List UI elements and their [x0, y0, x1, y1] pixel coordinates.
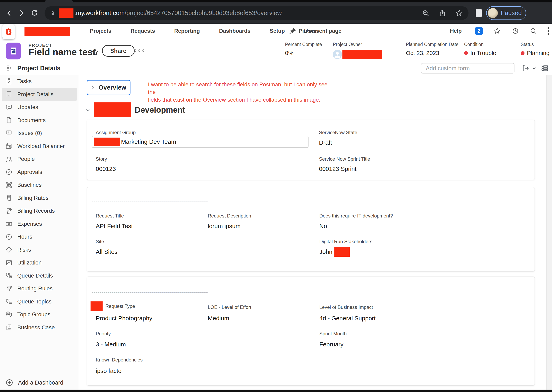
pin-label: Pin current page: [299, 28, 341, 34]
sidebar-item-risks[interactable]: Risks: [2, 243, 77, 256]
sidebar-item-label: Risks: [17, 247, 31, 253]
browser-tab[interactable]: [45, 0, 73, 2]
sidebar-item-label: Queue Topics: [17, 298, 52, 305]
stat-value: Planning: [521, 50, 550, 56]
pin-current-page[interactable]: Pin current page: [289, 24, 341, 38]
reload-icon[interactable]: [30, 9, 39, 17]
back-icon[interactable]: [5, 9, 13, 17]
sidebar-item-approvals[interactable]: Approvals: [2, 166, 77, 179]
baselines-icon: [5, 181, 13, 189]
routing-rules-icon: [5, 285, 13, 292]
collapse-panel-icon[interactable]: [6, 64, 13, 72]
sync-paused-pill[interactable]: Paused: [486, 6, 526, 20]
chevron-right-icon: [91, 85, 95, 90]
more-menu-icon[interactable]: [548, 27, 549, 35]
export-icon[interactable]: [522, 64, 530, 72]
sidebar-item-utilization[interactable]: Utilization: [2, 256, 77, 269]
sidebar-item-project-details[interactable]: Project Details: [2, 88, 77, 101]
search-icon[interactable]: [530, 27, 537, 35]
browser-top-strip: [0, 0, 552, 2]
sidebar-item-queue-topics[interactable]: Queue Topics: [2, 295, 77, 308]
sidebar-item-documents[interactable]: Documents: [2, 114, 77, 127]
field-label: ServiceNow State: [319, 130, 357, 135]
sidebar-item-queue-details[interactable]: Queue Details: [2, 269, 77, 282]
sidebar-item-tasks[interactable]: Tasks: [2, 75, 77, 88]
export-chevron-icon[interactable]: [531, 64, 537, 72]
sidebar-item-workload-balancer[interactable]: Workload Balancer: [2, 140, 77, 153]
share-button[interactable]: Share: [102, 45, 135, 57]
people-icon: [5, 155, 13, 163]
field-label: Request Description: [208, 213, 251, 219]
favorite-project-star-icon[interactable]: [91, 48, 99, 56]
stat-value: Oct 23, 2023: [406, 50, 458, 56]
development-section-header: Development: [85, 102, 185, 117]
sidebar-item-people[interactable]: People: [2, 153, 77, 166]
sidebar-item-updates[interactable]: Updates: [2, 101, 77, 114]
recents-history-icon[interactable]: [511, 27, 519, 35]
owner-avatar: [333, 50, 342, 59]
stat-value: In Trouble: [464, 50, 496, 56]
url-actions: [421, 9, 463, 17]
assignment-group-value: Marketing Dev Team: [121, 138, 176, 145]
stakeholder-name: John: [319, 248, 332, 255]
stat-condition: Condition In Trouble: [464, 42, 496, 56]
nav-item-reporting[interactable]: Reporting: [174, 28, 200, 34]
sidebar-item-billing-records[interactable]: Billing Records: [2, 204, 77, 217]
app-logo[interactable]: [2, 24, 15, 39]
field-value: 4d - General Support: [319, 315, 376, 322]
dashed-separator: ----------------------------------------…: [92, 290, 212, 296]
add-custom-form-input[interactable]: [421, 63, 514, 73]
field-label: Request Title: [96, 213, 124, 219]
sidebar-item-hours[interactable]: Hours: [2, 230, 77, 243]
forward-icon[interactable]: [18, 9, 26, 17]
sidebar-item-expenses[interactable]: Expenses: [2, 217, 77, 231]
field-value: 000123 Sprint: [319, 166, 357, 172]
sidebar-item-label: Billing Rates: [17, 195, 48, 201]
sidebar-item-issues[interactable]: Issues (0): [2, 127, 77, 140]
browser-profile-avatar: [488, 8, 498, 18]
field-value: lorum ipsum: [208, 223, 241, 230]
url-text: .my.workfront.com/project/654270570015bc…: [74, 9, 282, 17]
notification-badge[interactable]: 2: [475, 27, 483, 35]
nav-item-dashboards[interactable]: Dashboards: [219, 28, 250, 34]
sidebar-item-routing-rules[interactable]: Routing Rules: [2, 282, 77, 295]
nav-item-setup[interactable]: Setup: [270, 28, 285, 34]
stat-label: Project Owner: [333, 42, 382, 47]
tasks-icon: [5, 78, 13, 85]
share-page-icon[interactable]: [438, 9, 446, 17]
project-more-menu-icon[interactable]: [134, 49, 144, 52]
sidebar-item-topic-groups[interactable]: Topic Groups: [2, 308, 77, 321]
redaction-stakeholder-surname: [334, 247, 350, 257]
scrollbar-track[interactable]: [546, 75, 552, 390]
stat-project-owner: Project Owner: [333, 42, 382, 59]
add-dashboard-button[interactable]: Add a Dashboard: [5, 378, 63, 387]
bookmark-star-icon[interactable]: [455, 9, 463, 17]
condition-text: In Trouble: [470, 50, 496, 56]
assignment-group-input[interactable]: Marketing Dev Team: [92, 136, 309, 148]
zoom-out-icon[interactable]: [421, 9, 429, 17]
nav-item-requests[interactable]: Requests: [131, 28, 155, 34]
risks-icon: [5, 246, 13, 253]
field-label: Service Now Sprint Title: [319, 156, 370, 162]
overview-section-toggle[interactable]: Overview: [87, 80, 131, 95]
collapse-sections-icon[interactable]: [540, 64, 549, 72]
side-panel-icon[interactable]: [476, 9, 482, 17]
expenses-icon: [5, 220, 13, 228]
nav-right-cluster: Help 2: [450, 24, 552, 38]
sidebar-item-label: Queue Details: [17, 273, 53, 279]
annotation-line-1: I want to be able to search for these fi…: [148, 81, 335, 96]
help-link[interactable]: Help: [450, 28, 462, 34]
sidebar-item-label: Updates: [17, 104, 38, 111]
sidebar-item-baselines[interactable]: Baselines: [2, 179, 77, 192]
nav-item-projects[interactable]: Projects: [90, 28, 111, 34]
sidebar-item-business-case[interactable]: Business Case: [2, 321, 77, 334]
bottom-edge-bar: [0, 390, 552, 392]
lock-icon[interactable]: [50, 10, 56, 16]
hours-icon: [5, 233, 13, 241]
page-toolbar: Project Details: [0, 62, 552, 75]
field-label: Known Dependencies: [96, 357, 143, 363]
chevron-down-icon[interactable]: [85, 107, 90, 112]
sidebar-item-billing-rates[interactable]: Billing Rates: [2, 192, 77, 205]
url-bar[interactable]: .my.workfront.com/project/654270570015bc…: [45, 6, 469, 20]
favorites-star-icon[interactable]: [493, 27, 501, 35]
